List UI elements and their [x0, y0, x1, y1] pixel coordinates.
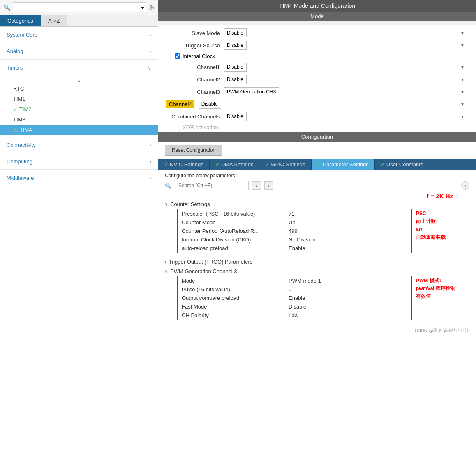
- tab-dma-settings[interactable]: ✔ DMA Settings: [210, 159, 260, 170]
- tab-categories[interactable]: Categories: [0, 15, 41, 26]
- counter-annotations-col: PSC 向上计数 arr 自动重新装载: [416, 209, 469, 255]
- channel3-select-wrap[interactable]: PWM Generation CH3: [224, 87, 468, 96]
- pwm-channel3-label: PWM Generation Channel 3: [170, 268, 237, 274]
- param-value-psc[interactable]: 71: [289, 211, 294, 217]
- timers-label: Timers: [7, 65, 23, 71]
- pwm-value-preload[interactable]: Enable: [289, 295, 305, 301]
- timer-item-tim4[interactable]: ⚠ TIM4: [0, 125, 158, 135]
- combined-channels-select[interactable]: Disable: [224, 112, 247, 121]
- pwm-value-mode[interactable]: PWM mode 1: [289, 278, 321, 284]
- pwm-value-pulse[interactable]: 0: [289, 286, 291, 292]
- computing-label: Computing: [7, 158, 32, 165]
- sidebar-item-computing[interactable]: Computing ›: [0, 153, 158, 170]
- channel2-select-wrap[interactable]: Disable: [224, 75, 468, 84]
- pwm-value-fast[interactable]: Disable: [289, 304, 306, 310]
- gear-icon[interactable]: ⚙: [149, 4, 155, 12]
- sidebar-item-timers[interactable]: Timers ∨: [0, 60, 158, 76]
- pwm-channel3-section: ∨ PWM Generation Channel 3 Mode PWM mode…: [165, 268, 469, 323]
- system-core-label: System Core: [7, 32, 37, 38]
- slave-mode-label: Slave Mode: [166, 30, 220, 36]
- channel3-select[interactable]: PWM Generation CH3: [224, 87, 279, 96]
- param-value-autoreload[interactable]: Enable: [289, 245, 305, 251]
- counter-settings-section: ∨ Counter Settings Prescaler (PSC - 16 b…: [165, 201, 469, 255]
- sidebar-item-middleware[interactable]: Middleware ›: [0, 170, 158, 186]
- internal-clock-checkbox[interactable]: [175, 53, 180, 59]
- sidebar-item-analog[interactable]: Analog ›: [0, 43, 158, 60]
- search-dropdown[interactable]: [13, 2, 146, 12]
- pwm-value-polarity[interactable]: Low: [289, 312, 298, 318]
- config-tabs: ✔ NVIC Settings ✔ DMA Settings ✔ GPIO Se…: [158, 159, 476, 170]
- channel4-select-wrap[interactable]: Disable: [199, 100, 468, 109]
- sidebar-item-connectivity[interactable]: Connectivity ›: [0, 137, 158, 153]
- search-param-icon: 🔍: [165, 183, 171, 189]
- channel4-row: Channel4 Disable: [166, 100, 468, 109]
- timer-item-tim1[interactable]: TIM1: [0, 94, 158, 104]
- param-value-mode[interactable]: Up: [289, 219, 296, 225]
- sidebar-item-system-core[interactable]: System Core ›: [0, 27, 158, 43]
- pwm-param-preload: Output compare preload: [182, 295, 289, 301]
- connectivity-label: Connectivity: [7, 142, 36, 148]
- channel3-row: Channel3 PWM Generation CH3: [166, 87, 468, 96]
- internal-clock-row: Internal Clock: [166, 53, 468, 59]
- table-row: CH Polarity Low: [178, 311, 411, 320]
- tab-nvic-settings[interactable]: ✔ NVIC Settings: [158, 159, 210, 170]
- channel1-select-wrap[interactable]: Disable: [224, 63, 468, 72]
- channel1-row: Channel1 Disable: [166, 63, 468, 72]
- pwm-param-polarity: CH Polarity: [182, 312, 289, 318]
- param-value-ckd[interactable]: No Division: [289, 237, 316, 243]
- counter-params-table: Prescaler (PSC - 16 bits value) 71 Count…: [177, 209, 412, 253]
- config-section: Configuration Reset Configuration ✔ NVIC…: [158, 132, 476, 455]
- prev-nav-button[interactable]: ‹: [252, 181, 261, 190]
- trigger-source-select[interactable]: Disable: [224, 41, 247, 50]
- config-header: Configuration: [158, 132, 476, 142]
- counter-settings-toggle[interactable]: ∨ Counter Settings: [165, 201, 469, 207]
- table-row: Mode PWM mode 1: [178, 276, 411, 285]
- configure-label: Configure the below parameters :: [165, 173, 469, 179]
- tab-az[interactable]: A->Z: [41, 15, 67, 26]
- channel3-label: Channel3: [166, 89, 220, 95]
- annotation-psc: PSC: [416, 210, 469, 218]
- channel2-label: Channel2: [166, 77, 220, 83]
- param-name-period: Counter Period (AutoReload R...: [182, 228, 289, 234]
- timer-item-rtc[interactable]: RTC: [0, 84, 158, 94]
- tab-user-constants[interactable]: ✔ User Constants: [375, 159, 430, 170]
- pwm-params-with-annotations: Mode PWM mode 1 Pulse (16 bits value) 0 …: [165, 276, 469, 323]
- search-param-input[interactable]: [175, 181, 249, 190]
- channel4-select[interactable]: Disable: [199, 100, 221, 109]
- right-panel: TIM4 Mode and Configuration Mode Slave M…: [158, 0, 476, 455]
- trigger-output-toggle[interactable]: › Trigger Output (TRGO) Parameters: [165, 259, 469, 265]
- chevron-right-icon: ›: [150, 142, 151, 148]
- tab-parameter-settings[interactable]: ✔ Parameter Settings: [312, 159, 375, 170]
- channel1-select[interactable]: Disable: [224, 63, 247, 72]
- annotation-up: 向上计数: [416, 218, 469, 225]
- warning-icon: ⚠: [13, 127, 18, 133]
- param-area: Configure the below parameters : 🔍 ‹ › i…: [158, 170, 476, 455]
- trigger-output-section: › Trigger Output (TRGO) Parameters: [165, 259, 469, 265]
- timer-item-tim3[interactable]: TIM3: [0, 114, 158, 125]
- combined-channels-row: Combined Channels Disable: [166, 112, 468, 121]
- xor-checkbox[interactable]: [175, 125, 180, 130]
- channel2-select[interactable]: Disable: [224, 75, 247, 84]
- annotation-pwm-polarity: 有效值: [416, 292, 469, 300]
- footer-text: CSDN @不会编程的小江江: [165, 326, 469, 334]
- pwm-channel3-toggle[interactable]: ∨ PWM Generation Channel 3: [165, 268, 469, 274]
- slave-mode-select[interactable]: Disable: [224, 28, 247, 37]
- check-gpio-icon: ✔: [265, 162, 269, 167]
- trigger-source-select-wrap[interactable]: Disable: [224, 41, 468, 50]
- channel1-label: Channel1: [166, 64, 220, 70]
- next-nav-button[interactable]: ›: [264, 181, 273, 190]
- param-name-ckd: Internal Clock Division (CKD): [182, 237, 289, 243]
- tab-gpio-settings[interactable]: ✔ GPIO Settings: [259, 159, 311, 170]
- check-dma-icon: ✔: [215, 162, 220, 167]
- timer-item-tim2[interactable]: ✓ TIM2: [0, 104, 158, 114]
- reset-configuration-button[interactable]: Reset Configuration: [165, 145, 222, 156]
- table-row: Internal Clock Division (CKD) No Divisio…: [178, 235, 411, 244]
- timers-submenu: ▲ RTC TIM1 ✓ TIM2 TIM3 ⚠ TIM4: [0, 76, 158, 137]
- combined-channels-select-wrap[interactable]: Disable: [224, 112, 468, 121]
- expand-icon: ›: [165, 260, 166, 264]
- info-button[interactable]: i: [461, 181, 469, 190]
- param-value-period[interactable]: 499: [289, 228, 298, 234]
- table-row: Counter Mode Up: [178, 218, 411, 227]
- slave-mode-select-wrap[interactable]: Disable: [224, 28, 468, 37]
- collapse-arrow-icon[interactable]: ▲: [0, 77, 158, 84]
